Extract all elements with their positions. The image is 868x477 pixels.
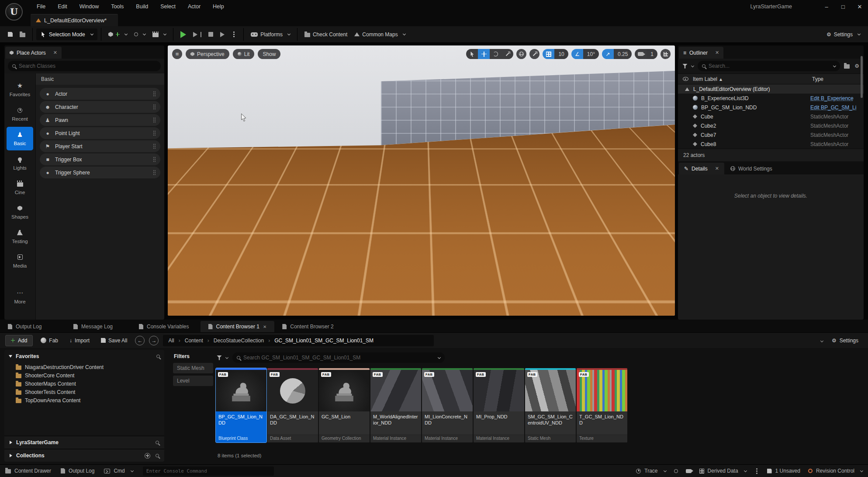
close-icon[interactable]: ✕ <box>263 324 266 329</box>
category-more[interactable]: ⋯More <box>7 285 33 309</box>
drag-handle-icon[interactable] <box>153 117 156 123</box>
menu-item[interactable]: Select <box>154 0 182 13</box>
cinematics-button[interactable] <box>149 28 169 41</box>
content-browser-settings-button[interactable]: ⚙ Settings <box>827 338 863 344</box>
cmd-selector[interactable]: Cmd <box>104 468 133 474</box>
save-current-level-button[interactable] <box>4 28 16 41</box>
outliner-tab[interactable]: ≡ Outliner ✕ <box>679 47 723 59</box>
console-command-input-wrap[interactable] <box>143 467 274 476</box>
breadcrumb-item[interactable]: All <box>168 338 174 344</box>
minimize-button[interactable]: – <box>818 0 835 13</box>
unreal-engine-logo[interactable]: U <box>5 3 23 21</box>
frame-skip-button[interactable] <box>190 28 205 41</box>
place-actor-item[interactable]: ● Point Light <box>40 127 160 139</box>
maximize-button[interactable]: □ <box>835 0 851 13</box>
place-actor-item[interactable]: ☻ Character <box>40 101 160 113</box>
outliner-settings-button[interactable]: ⚙ <box>854 62 860 70</box>
filter-pill[interactable]: Static Mesh <box>173 363 213 373</box>
breadcrumb-item[interactable]: Content <box>174 338 203 344</box>
place-actors-search-input[interactable] <box>19 63 156 69</box>
scale-snap-toggle[interactable]: ↗ <box>602 49 614 59</box>
fab-button[interactable]: Fab <box>37 334 62 347</box>
search-icon[interactable] <box>156 355 160 358</box>
outliner-row[interactable]: B_ExperienceList3D Edit B_Experience <box>678 94 864 103</box>
drag-handle-icon[interactable] <box>153 157 156 162</box>
visibility-eye-icon[interactable] <box>683 77 688 81</box>
asset-search-input[interactable] <box>243 355 432 361</box>
path-history-button[interactable] <box>818 338 823 344</box>
category-cine[interactable]: Cine <box>7 176 33 199</box>
create-folder-button[interactable] <box>843 63 851 70</box>
outliner-row-type[interactable]: Edit B_Experience <box>810 95 859 101</box>
add-collection-button[interactable] <box>145 453 150 459</box>
favorite-folder-item[interactable]: ShooterMaps Content <box>4 380 164 388</box>
filter-pill[interactable]: Level <box>173 376 213 386</box>
item-label-column[interactable]: Item Label▴ <box>693 76 812 82</box>
revision-control-button[interactable]: Revision Control <box>808 468 863 474</box>
camera-speed-value[interactable]: 1 <box>647 49 657 59</box>
search-icon[interactable] <box>156 454 159 457</box>
category-recent[interactable]: Recent <box>7 102 33 126</box>
outliner-row-type[interactable]: Edit BP_GC_SM_Li <box>810 104 859 111</box>
close-icon[interactable]: ✕ <box>53 50 57 56</box>
forward-button[interactable]: → <box>149 336 159 345</box>
world-settings-tab[interactable]: World Settings <box>725 163 778 174</box>
add-button[interactable]: Add <box>5 335 33 346</box>
screenshot-icon[interactable] <box>686 469 692 473</box>
asset-tile[interactable]: FAB MI_Prop_NDD Material Instance <box>474 368 524 442</box>
drag-handle-icon[interactable] <box>153 91 156 97</box>
console-command-input[interactable] <box>146 468 270 474</box>
asset-tile[interactable]: FAB DA_GC_SM_Lion_NDD Data Asset <box>267 368 318 442</box>
surface-snapping-button[interactable] <box>529 49 539 59</box>
breadcrumb-item[interactable]: GC_SM_Lion01_SM_GC_SM_Lion01_SM <box>264 338 373 344</box>
menu-item[interactable]: Build <box>130 0 154 13</box>
platforms-button[interactable]: Platforms <box>247 28 294 41</box>
grid-snap-value[interactable]: 10 <box>554 49 568 59</box>
type-column[interactable]: Type <box>812 76 864 82</box>
dock-tab[interactable]: Message Log <box>66 321 131 332</box>
asset-tile[interactable]: FAB T_GC_SM_Lion_NDD Texture <box>577 368 627 442</box>
place-actor-item[interactable]: ● Trigger Sphere <box>40 167 160 178</box>
scale-snap-value[interactable]: 0.25 <box>614 49 632 59</box>
scale-tool-button[interactable] <box>501 49 513 59</box>
outliner-row[interactable]: L_DefaultEditorOverview (Editor) <box>678 84 864 94</box>
place-actor-item[interactable]: ■ Trigger Box <box>40 153 160 165</box>
category-favorites[interactable]: ★Favorites <box>7 78 33 101</box>
drag-handle-icon[interactable] <box>153 104 156 110</box>
details-tab[interactable]: ✎ Details ✕ <box>679 163 724 174</box>
dock-tab[interactable]: Content Browser 1 ✕ <box>201 321 275 332</box>
rotation-snap-value[interactable]: 10° <box>583 49 599 59</box>
place-actor-item[interactable]: ⚑ Player Start <box>40 140 160 152</box>
menu-item[interactable]: Edit <box>52 0 73 13</box>
outliner-row-type[interactable]: StaticMeshActor <box>810 132 859 138</box>
outliner-search[interactable] <box>698 61 840 71</box>
category-lights[interactable]: Lights <box>7 151 33 175</box>
add-actor-button[interactable] <box>105 28 131 41</box>
outliner-row-type[interactable]: StaticMeshActor <box>810 141 859 147</box>
viewport-menu-button[interactable]: ≡ <box>172 49 182 59</box>
favorite-folder-item[interactable]: ShooterCore Content <box>4 371 164 380</box>
dock-tab[interactable]: Output Log <box>0 321 66 332</box>
insights-icon[interactable] <box>674 469 678 473</box>
menu-item[interactable]: Actor <box>182 0 207 13</box>
menu-item[interactable]: Help <box>207 0 230 13</box>
outliner-scrollbar[interactable] <box>861 56 863 98</box>
breadcrumb-item[interactable]: DecoStatueCollection <box>203 338 264 344</box>
play-options-button[interactable] <box>228 28 240 41</box>
outliner-row-type[interactable]: StaticMeshActor <box>810 114 859 120</box>
asset-filter-button[interactable] <box>216 355 229 361</box>
place-actor-item[interactable]: ● Actor <box>40 88 160 100</box>
menu-item[interactable]: File <box>31 0 52 13</box>
play-button[interactable] <box>177 28 190 41</box>
category-testing[interactable]: Testing <box>7 225 33 248</box>
close-icon[interactable]: ✕ <box>715 50 719 56</box>
grid-snap-toggle[interactable] <box>543 49 554 59</box>
menu-item[interactable]: Tools <box>105 0 130 13</box>
outliner-row[interactable]: Cube StaticMeshActor <box>678 112 864 121</box>
favorite-folder-item[interactable]: NiagaraDestructionDriver Content <box>4 363 164 371</box>
camera-speed-button[interactable] <box>635 49 647 59</box>
favorites-section-header[interactable]: Favorites <box>4 350 164 363</box>
browse-content-button[interactable] <box>16 28 29 41</box>
content-drawer-button[interactable]: Content Drawer <box>5 468 51 474</box>
rotation-snap-toggle[interactable]: ∠ <box>571 49 583 59</box>
